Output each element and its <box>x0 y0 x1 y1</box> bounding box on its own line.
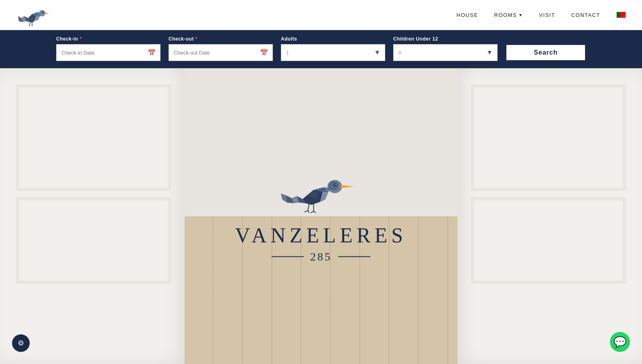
checkin-field: Check-in * 📅 <box>56 36 160 61</box>
search-button[interactable]: Search <box>506 44 586 61</box>
navbar: HOUSE ROOMS ▼ VISIT CONTACT <box>0 0 642 30</box>
adults-field: Adults 1 2 3 4 5 6 ▼ <box>281 36 385 61</box>
logo-icon <box>16 4 52 26</box>
svg-point-28 <box>335 183 337 185</box>
checkin-input[interactable] <box>56 44 160 61</box>
nav-contact[interactable]: CONTACT <box>571 12 600 18</box>
booking-bar: Check-in * 📅 Check-out * 📅 Adults 1 2 3 … <box>0 30 642 68</box>
chevron-down-icon: ▼ <box>518 13 523 17</box>
svg-line-34 <box>314 211 316 213</box>
svg-point-25 <box>329 181 339 191</box>
svg-line-11 <box>29 23 30 26</box>
brand-line-right <box>338 256 370 257</box>
brand-number-wrap: 285 <box>235 250 407 263</box>
checkin-required: * <box>78 36 82 42</box>
checkout-required: * <box>194 36 197 42</box>
svg-marker-9 <box>45 12 49 14</box>
svg-point-10 <box>42 12 44 13</box>
center-logo: VANZELERES 285 <box>235 169 407 263</box>
svg-marker-26 <box>341 185 354 188</box>
checkin-input-wrap: 📅 <box>56 44 160 61</box>
hero-section: VANZELERES 285 <box>0 68 642 364</box>
children-label: Children Under 12 <box>393 36 498 42</box>
children-select[interactable]: 0 1 2 3 4 <box>393 44 498 61</box>
checkout-input-wrap: 📅 <box>169 44 273 61</box>
svg-line-33 <box>311 211 314 213</box>
whatsapp-icon: 💬 <box>614 336 626 348</box>
brand-line-left <box>272 256 304 257</box>
nav-visit[interactable]: VISIT <box>539 12 555 18</box>
door-right <box>453 68 642 364</box>
children-input-wrap: 0 1 2 3 4 ▼ <box>393 44 498 61</box>
checkout-field: Check-out * 📅 <box>169 36 273 61</box>
checkin-label: Check-in * <box>56 36 160 42</box>
children-field: Children Under 12 0 1 2 3 4 ▼ <box>393 36 498 61</box>
checkout-input[interactable] <box>169 44 273 61</box>
checkout-label: Check-out * <box>169 36 273 42</box>
svg-line-31 <box>308 210 309 212</box>
svg-point-8 <box>39 10 45 16</box>
adults-label: Adults <box>281 36 385 42</box>
svg-line-30 <box>305 210 308 212</box>
adults-select[interactable]: 1 2 3 4 5 6 <box>281 44 385 61</box>
door-left <box>0 68 189 364</box>
logo[interactable] <box>16 4 52 26</box>
nav-house[interactable]: HOUSE <box>457 12 478 18</box>
adults-input-wrap: 1 2 3 4 5 6 ▼ <box>281 44 385 61</box>
svg-marker-21 <box>281 193 287 203</box>
language-flag[interactable] <box>616 12 626 18</box>
gear-icon: ⚙ <box>18 339 24 348</box>
whatsapp-button[interactable]: 💬 <box>610 332 630 352</box>
brand-name: VANZELERES <box>235 223 407 247</box>
nav-rooms[interactable]: ROOMS ▼ <box>494 12 523 18</box>
svg-line-29 <box>308 203 309 210</box>
brand-number: 285 <box>310 250 332 263</box>
hero-bird-icon <box>281 169 361 214</box>
settings-button[interactable]: ⚙ <box>12 334 30 352</box>
nav-links: HOUSE ROOMS ▼ VISIT CONTACT <box>457 12 626 18</box>
hero-background: VANZELERES 285 <box>0 68 642 364</box>
